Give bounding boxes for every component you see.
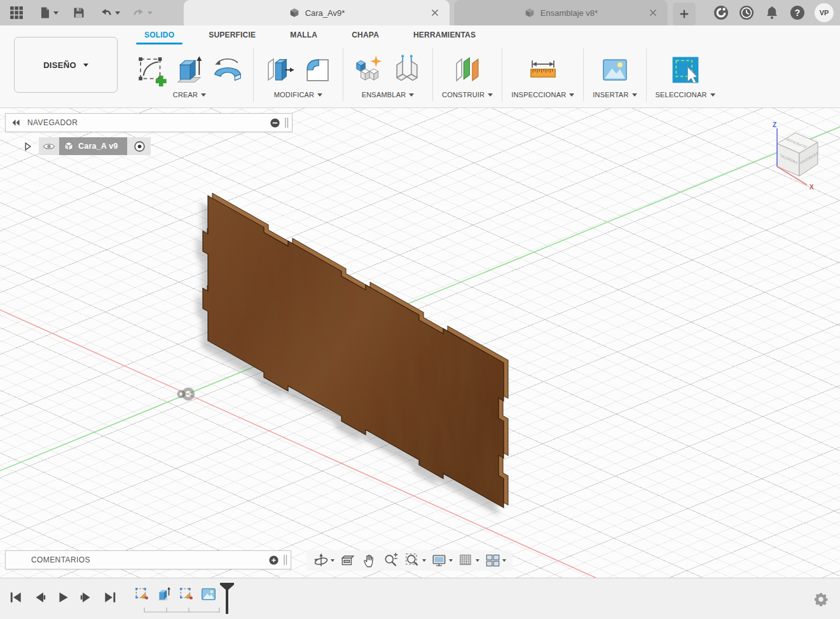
new-component-icon[interactable] bbox=[352, 53, 385, 86]
redo-caret-icon[interactable] bbox=[148, 11, 153, 15]
timeline-position-marker[interactable] bbox=[219, 582, 235, 615]
component-row[interactable]: Cara_A v9 bbox=[39, 137, 151, 155]
redo-button[interactable] bbox=[127, 0, 157, 25]
fillet-icon[interactable] bbox=[301, 53, 334, 86]
close-tab-icon[interactable] bbox=[647, 7, 659, 18]
origin-point[interactable] bbox=[179, 390, 193, 399]
undo-button[interactable] bbox=[95, 0, 125, 25]
close-tab-icon[interactable] bbox=[429, 7, 441, 18]
titlebar: Cara_Av9* Ensamblaje v8* ? VP bbox=[0, 0, 840, 25]
timeline-sketch-feature-icon[interactable] bbox=[178, 586, 195, 602]
timeline-sketch-feature-icon[interactable] bbox=[134, 586, 150, 602]
viewports-icon[interactable] bbox=[482, 550, 509, 571]
viewport[interactable]: SUPERIOR FRONTAL DERECHA Z X NAVEGADOR bbox=[0, 108, 840, 578]
visibility-eye-icon[interactable] bbox=[43, 142, 55, 151]
group-seleccionar: SELECCIONAR bbox=[648, 44, 723, 105]
workspace-caret-icon bbox=[83, 64, 88, 67]
revolve-icon[interactable] bbox=[211, 53, 244, 86]
select-icon[interactable] bbox=[668, 53, 703, 86]
group-construir: CONSTRUIR bbox=[434, 44, 500, 105]
create-sketch-icon[interactable] bbox=[135, 53, 168, 86]
zoom-window-caret-icon[interactable] bbox=[422, 559, 426, 562]
group-label-seleccionar[interactable]: SELECCIONAR bbox=[656, 91, 715, 99]
app-grid-icon[interactable] bbox=[5, 0, 28, 25]
workspace-selector[interactable]: DISEÑO bbox=[14, 37, 118, 93]
group-label-construir[interactable]: CONSTRUIR bbox=[442, 91, 493, 99]
ribbon-divider bbox=[432, 48, 433, 102]
zoom-window-icon[interactable] bbox=[402, 550, 429, 571]
tab-solido[interactable]: SOLIDO bbox=[127, 25, 191, 44]
go-to-end-icon[interactable] bbox=[103, 590, 117, 604]
avatar[interactable]: VP bbox=[815, 3, 834, 22]
group-label-insertar[interactable]: INSERTAR bbox=[593, 91, 637, 99]
zoom-icon[interactable] bbox=[380, 550, 402, 571]
panel-grip-handle[interactable] bbox=[283, 554, 288, 566]
save-button[interactable] bbox=[68, 0, 90, 25]
grid-settings-icon[interactable] bbox=[455, 550, 482, 571]
timeline-extrude-feature-icon[interactable] bbox=[156, 586, 172, 602]
z-axis-label: Z bbox=[773, 121, 776, 128]
document-cube-icon bbox=[289, 7, 300, 18]
press-pull-icon[interactable] bbox=[263, 53, 296, 86]
timeline-settings-gear-icon[interactable] bbox=[813, 592, 829, 607]
ribbon-divider bbox=[646, 48, 647, 102]
viewcube[interactable]: SUPERIOR FRONTAL DERECHA Z X bbox=[759, 117, 838, 196]
add-comment-icon[interactable] bbox=[268, 555, 279, 566]
orbit-caret-icon[interactable] bbox=[331, 559, 334, 562]
group-label-ensamblar[interactable]: ENSAMBLAR bbox=[362, 91, 415, 99]
display-caret-icon[interactable] bbox=[449, 559, 453, 562]
look-at-icon[interactable] bbox=[337, 550, 359, 571]
comments-panel-title: COMENTARIOS bbox=[31, 555, 90, 564]
collapse-panel-icon[interactable] bbox=[11, 118, 21, 128]
measure-icon[interactable] bbox=[527, 53, 560, 86]
comments-panel-header[interactable]: COMENTARIOS bbox=[5, 550, 291, 569]
group-insertar: INSERTAR bbox=[585, 44, 644, 105]
timeline-decal-feature-icon[interactable] bbox=[200, 586, 217, 602]
tab-superficie[interactable]: SUPERFICIE bbox=[191, 25, 273, 44]
go-to-start-icon[interactable] bbox=[9, 590, 23, 604]
timeline-playback-controls bbox=[9, 590, 117, 604]
expand-node-icon[interactable] bbox=[23, 142, 32, 151]
group-caret-icon bbox=[710, 93, 715, 97]
body-cara-a[interactable] bbox=[203, 193, 504, 512]
construction-plane-icon[interactable] bbox=[451, 53, 484, 86]
document-tab-inactive[interactable]: Ensamblaje v8* bbox=[454, 0, 668, 25]
extrude-icon[interactable] bbox=[173, 53, 206, 86]
activate-component-radio[interactable] bbox=[134, 140, 146, 153]
display-settings-icon[interactable] bbox=[429, 550, 455, 571]
insert-image-icon[interactable] bbox=[598, 53, 631, 86]
browser-panel-header[interactable]: NAVEGADOR bbox=[5, 113, 293, 132]
viewport-canvas[interactable] bbox=[0, 108, 840, 578]
joint-icon[interactable] bbox=[390, 53, 423, 86]
new-file-caret-icon[interactable] bbox=[53, 11, 59, 15]
step-forward-icon[interactable] bbox=[79, 590, 93, 604]
viewports-caret-icon[interactable] bbox=[502, 559, 506, 562]
tab-malla[interactable]: MALLA bbox=[273, 25, 334, 44]
panel-grip-handle[interactable] bbox=[284, 116, 289, 129]
extensions-icon[interactable] bbox=[713, 4, 729, 21]
tab-chapa[interactable]: CHAPA bbox=[334, 25, 396, 44]
undo-caret-icon[interactable] bbox=[115, 11, 120, 15]
orbit-icon[interactable] bbox=[310, 550, 337, 571]
group-label-modificar[interactable]: MODIFICAR bbox=[274, 91, 323, 99]
new-tab-button[interactable] bbox=[673, 3, 696, 25]
play-icon[interactable] bbox=[56, 590, 70, 604]
ribbon-divider bbox=[343, 48, 343, 102]
document-tab-active[interactable]: Cara_Av9* bbox=[184, 0, 450, 25]
group-label-crear[interactable]: CREAR bbox=[173, 91, 207, 99]
timeline-bar bbox=[0, 578, 840, 619]
group-label-inspeccionar[interactable]: INSPECCIONAR bbox=[511, 91, 574, 99]
quick-access-toolbar bbox=[0, 0, 157, 25]
tab-herramientas[interactable]: HERRAMIENTAS bbox=[396, 25, 493, 44]
new-file-button[interactable] bbox=[34, 0, 63, 25]
minimize-panel-icon[interactable] bbox=[270, 118, 280, 128]
notifications-bell-icon[interactable] bbox=[764, 4, 780, 21]
help-icon[interactable]: ? bbox=[789, 4, 806, 21]
grid-caret-icon[interactable] bbox=[476, 559, 479, 562]
pan-hand-icon[interactable] bbox=[359, 550, 380, 571]
ribbon-divider bbox=[583, 48, 584, 102]
step-back-icon[interactable] bbox=[32, 590, 46, 604]
component-item-selected[interactable]: Cara_A v9 bbox=[59, 137, 127, 155]
group-modificar: MODIFICAR bbox=[255, 44, 341, 105]
job-status-clock-icon[interactable] bbox=[738, 4, 755, 21]
